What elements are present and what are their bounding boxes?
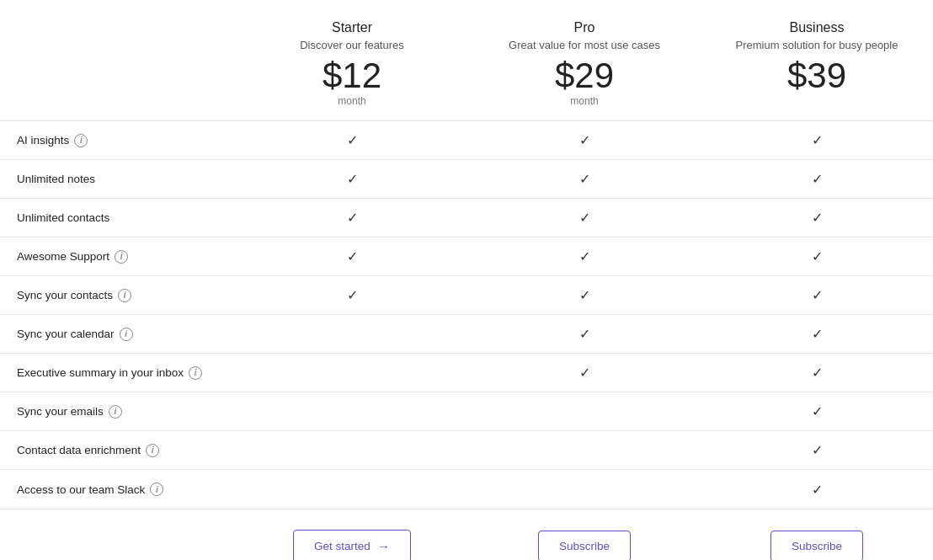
starter-check-cell (236, 324, 468, 344)
header-row: Starter Discover our features $12 month … (0, 0, 933, 121)
checkmark-icon: ✓ (579, 288, 590, 302)
pro-plan-desc: Great value for most use cases (485, 39, 684, 51)
checkmark-icon: ✓ (347, 249, 358, 264)
feature-name-cell: Contact data enrichmenti (0, 434, 236, 467)
business-footer: Subscribe (701, 530, 933, 560)
checkmark-icon: ✓ (347, 211, 358, 225)
checkmark-icon: ✓ (812, 249, 823, 264)
pro-subscribe-button[interactable]: Subscribe (538, 531, 631, 560)
checkmark-icon: ✓ (812, 404, 823, 419)
feature-label: Contact data enrichment (17, 444, 141, 456)
feature-label: Access to our team Slack (17, 483, 145, 496)
business-price: $39 (717, 58, 916, 93)
business-check-cell: ✓ (701, 161, 933, 197)
pro-check-cell: ✓ (468, 277, 701, 313)
feature-name-cell: AI insightsi (0, 124, 236, 157)
pro-plan-name: Pro (485, 20, 684, 35)
pro-footer: Subscribe (468, 530, 701, 560)
pro-check-cell (468, 440, 701, 461)
business-check-cell: ✓ (701, 472, 933, 508)
pro-subscribe-label: Subscribe (559, 540, 610, 552)
business-subscribe-button[interactable]: Subscribe (770, 531, 863, 560)
business-check-cell: ✓ (701, 316, 933, 352)
checkmark-icon: ✓ (812, 211, 823, 225)
feature-label: Sync your calendar (17, 328, 115, 340)
business-check-cell: ✓ (701, 432, 933, 468)
checkmark-icon: ✓ (579, 365, 590, 380)
feature-row: Unlimited contacts✓✓✓ (0, 199, 933, 237)
arrow-icon: → (377, 539, 390, 553)
starter-check-cell: ✓ (236, 238, 468, 275)
business-check-cell: ✓ (701, 393, 933, 429)
feature-row: Sync your contactsi✓✓✓ (0, 276, 933, 315)
checkmark-icon: ✓ (812, 327, 823, 341)
checkmark-icon: ✓ (812, 365, 823, 380)
feature-name-cell: Access to our team Slacki (0, 472, 236, 506)
info-icon[interactable]: i (120, 328, 133, 341)
feature-row: Sync your emailsi✓ (0, 392, 933, 431)
feature-label: Sync your emails (17, 405, 104, 418)
starter-plan-name: Starter (253, 20, 451, 35)
info-icon[interactable]: i (74, 134, 88, 147)
info-icon[interactable]: i (118, 289, 131, 302)
starter-check-cell (236, 440, 468, 461)
get-started-button[interactable]: Get started → (293, 530, 411, 560)
pro-check-cell: ✓ (468, 200, 701, 236)
starter-check-cell (236, 402, 468, 422)
checkmark-icon: ✓ (579, 133, 590, 147)
starter-check-cell: ✓ (236, 122, 468, 158)
checkmark-icon: ✓ (812, 288, 823, 302)
feature-name-cell: Awesome Supporti (0, 240, 236, 274)
business-plan-desc: Premium solution for busy people (717, 39, 916, 51)
starter-check-cell: ✓ (236, 277, 468, 313)
feature-name-cell: Unlimited contacts (0, 201, 236, 234)
business-check-cell: ✓ (701, 122, 933, 158)
business-check-cell: ✓ (701, 238, 933, 275)
feature-label: Sync your contacts (17, 289, 113, 301)
feature-name-cell: Sync your contactsi (0, 279, 236, 312)
footer-feature-col (0, 530, 236, 560)
feature-row: Unlimited notes✓✓✓ (0, 160, 933, 199)
feature-name-cell: Unlimited notes (0, 163, 236, 195)
feature-label: AI insights (17, 134, 69, 147)
business-subscribe-label: Subscribe (792, 540, 842, 552)
starter-check-cell (236, 363, 468, 383)
info-icon[interactable]: i (150, 483, 163, 496)
checkmark-icon: ✓ (812, 443, 823, 457)
starter-period: month (253, 95, 451, 107)
feature-row: Access to our team Slacki✓ (0, 470, 933, 509)
pro-check-cell: ✓ (468, 238, 701, 275)
feature-col-header (0, 20, 236, 107)
info-icon[interactable]: i (109, 405, 122, 419)
starter-price: $12 (253, 58, 451, 93)
checkmark-icon: ✓ (579, 172, 590, 186)
starter-check-cell: ✓ (236, 200, 468, 236)
starter-header: Starter Discover our features $12 month (236, 20, 468, 107)
checkmark-icon: ✓ (812, 172, 823, 186)
checkmark-icon: ✓ (579, 249, 590, 264)
feature-label: Unlimited contacts (17, 211, 109, 224)
info-icon[interactable]: i (189, 366, 202, 380)
info-icon[interactable]: i (115, 250, 128, 264)
feature-row: Awesome Supporti✓✓✓ (0, 237, 933, 276)
checkmark-icon: ✓ (579, 211, 590, 225)
pro-check-cell: ✓ (468, 355, 701, 391)
checkmark-icon: ✓ (812, 133, 823, 147)
pro-price: $29 (485, 58, 684, 93)
pro-check-cell (468, 402, 701, 422)
starter-plan-desc: Discover our features (253, 39, 451, 51)
checkmark-icon: ✓ (579, 327, 590, 341)
info-icon[interactable]: i (146, 444, 159, 457)
starter-footer: Get started → (236, 530, 468, 560)
get-started-label: Get started (314, 540, 371, 552)
pro-check-cell (468, 479, 701, 499)
feature-name-cell: Executive summary in your inboxi (0, 356, 236, 390)
checkmark-icon: ✓ (347, 288, 358, 302)
features-container: AI insightsi✓✓✓Unlimited notes✓✓✓Unlimit… (0, 121, 933, 509)
pro-check-cell: ✓ (468, 122, 701, 158)
feature-row: Executive summary in your inboxi✓✓ (0, 354, 933, 392)
starter-check-cell: ✓ (236, 161, 468, 197)
footer-row: Get started → Subscribe Subscribe (0, 509, 933, 560)
checkmark-icon: ✓ (812, 483, 823, 497)
feature-label: Awesome Support (17, 250, 109, 263)
